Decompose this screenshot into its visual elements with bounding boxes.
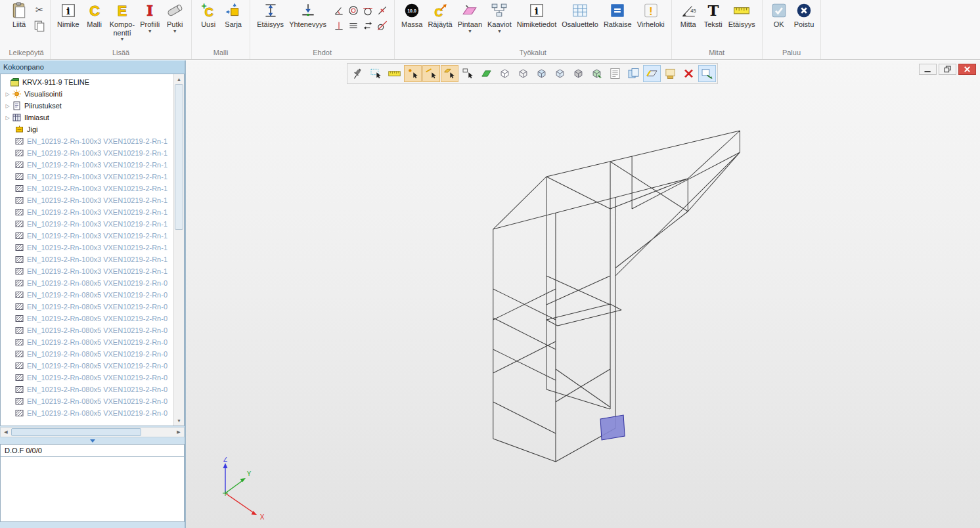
perpendicular-button[interactable]	[333, 20, 345, 32]
tree-part-item[interactable]: EN_10219-2-Rn-100x3 VXEN10219-2-Rn-1	[1, 242, 173, 253]
panel-splitter[interactable]	[0, 437, 185, 444]
tree-part-item[interactable]: EN_10219-2-Rn-080x5 VXEN10219-2-Rn-0	[1, 348, 173, 360]
dropdown-arrow-icon[interactable]: ▼	[148, 29, 152, 34]
tree-folder-visualisointi[interactable]: ▷Visualisointi	[1, 88, 173, 100]
viewport-3d[interactable]: Z Y X	[186, 60, 980, 528]
measure-button[interactable]	[386, 65, 403, 82]
selected-plate[interactable]	[600, 415, 625, 440]
vertical-scroll-track[interactable]	[174, 84, 184, 416]
ribbon-button-ok[interactable]: OK	[767, 1, 791, 30]
tree-part-item[interactable]: EN_10219-2-Rn-080x5 VXEN10219-2-Rn-0	[1, 301, 173, 313]
cut-button[interactable]: ✂	[33, 3, 45, 15]
tree-part-item[interactable]: EN_10219-2-Rn-100x3 VXEN10219-2-Rn-1	[1, 206, 173, 218]
tree-part-item[interactable]: EN_10219-2-Rn-080x5 VXEN10219-2-Rn-0	[1, 360, 173, 372]
view-wireframe-button[interactable]	[496, 65, 514, 82]
parallel-button[interactable]	[362, 20, 374, 32]
ribbon-button-nimiketiedot[interactable]: iNimiketiedot	[515, 1, 559, 30]
horizontal-scroll-thumb[interactable]	[11, 428, 141, 436]
copy-view-button[interactable]	[625, 65, 642, 82]
wireframe-model[interactable]	[186, 60, 980, 528]
tree-part-item[interactable]: EN_10219-2-Rn-080x5 VXEN10219-2-Rn-0	[1, 277, 173, 289]
notes-button[interactable]	[606, 65, 624, 82]
ribbon-button-profiili[interactable]: IProfiili▼	[138, 1, 162, 35]
workplane-button[interactable]	[643, 65, 661, 82]
tree-item-jigi[interactable]: Jigi	[1, 123, 173, 135]
view-shaded-button[interactable]	[569, 65, 587, 82]
tree-vertical-scrollbar[interactable]: ▲ ▼	[173, 74, 184, 426]
ribbon-button-liita[interactable]: Liitä	[7, 1, 31, 30]
ribbon-button-malli[interactable]: CMalli	[83, 1, 106, 30]
dropdown-arrow-icon[interactable]: ▼	[497, 29, 502, 34]
ribbon-button-putki[interactable]: Putki▼	[163, 1, 187, 35]
tree-part-item[interactable]: EN_10219-2-Rn-100x3 VXEN10219-2-Rn-1	[1, 171, 173, 183]
drawing-button[interactable]	[661, 65, 679, 82]
ribbon-button-etaisyys-mitta[interactable]: Etäisyys	[726, 1, 757, 30]
view-hidden-button[interactable]	[514, 65, 532, 82]
dropdown-arrow-icon[interactable]: ▼	[468, 29, 472, 34]
tree-horizontal-scrollbar[interactable]: ◀ ▶	[0, 427, 185, 437]
view-transparent-button[interactable]	[551, 65, 569, 82]
tree-part-item[interactable]: EN_10219-2-Rn-080x5 VXEN10219-2-Rn-0	[1, 336, 173, 348]
export-view-button[interactable]	[698, 65, 716, 82]
tree-part-item[interactable]: EN_10219-2-Rn-100x3 VXEN10219-2-Rn-1	[1, 265, 173, 277]
ribbon-button-massa[interactable]: 10.0Massa	[399, 1, 424, 30]
scroll-right-arrow-icon[interactable]: ▶	[173, 428, 184, 437]
snap-edge-button[interactable]	[422, 65, 440, 82]
pin-button[interactable]	[349, 65, 367, 82]
tree-part-item[interactable]: EN_10219-2-Rn-100x3 VXEN10219-2-Rn-1	[1, 135, 173, 147]
copy-button[interactable]	[33, 20, 45, 32]
minimize-button[interactable]	[919, 64, 937, 75]
ribbon-button-yhtenevyys[interactable]: Yhtenevyys	[287, 1, 328, 30]
concentric-button[interactable]	[347, 5, 359, 16]
select-window-button[interactable]	[367, 65, 385, 82]
ribbon-button-rajayta[interactable]: CRäjäytä	[426, 1, 454, 30]
tree-part-item[interactable]: EN_10219-2-Rn-100x3 VXEN10219-2-Rn-1	[1, 230, 173, 242]
tree-part-item[interactable]: EN_10219-2-Rn-100x3 VXEN10219-2-Rn-1	[1, 218, 173, 230]
angle-button[interactable]	[333, 5, 345, 16]
view-rendered-button[interactable]	[588, 65, 606, 82]
tree-part-item[interactable]: EN_10219-2-Rn-080x5 VXEN10219-2-Rn-0	[1, 384, 173, 395]
tree-part-item[interactable]: EN_10219-2-Rn-100x3 VXEN10219-2-Rn-1	[1, 159, 173, 171]
tree-part-item[interactable]: EN_10219-2-Rn-080x5 VXEN10219-2-Rn-0	[1, 407, 173, 419]
vertical-scroll-thumb[interactable]	[175, 84, 183, 230]
expander-icon[interactable]: ▷	[3, 91, 12, 97]
tree-part-item[interactable]: EN_10219-2-Rn-100x3 VXEN10219-2-Rn-1	[1, 194, 173, 206]
tree-root-assembly[interactable]: KRVX-911-9 TELINE	[1, 76, 173, 88]
scroll-up-arrow-icon[interactable]: ▲	[174, 74, 184, 84]
ribbon-button-virheloki[interactable]: !Virheloki	[635, 1, 667, 30]
tree-part-item[interactable]: EN_10219-2-Rn-080x5 VXEN10219-2-Rn-0	[1, 395, 173, 407]
horizontal-scroll-track[interactable]	[11, 428, 173, 437]
restore-button[interactable]	[939, 64, 956, 75]
close-button[interactable]	[958, 64, 976, 75]
tree-folder-ilmiasut[interactable]: ▷Ilmiasut	[1, 112, 173, 123]
ribbon-button-etaisyys-ehto[interactable]: Etäisyys	[255, 1, 286, 30]
tree-part-item[interactable]: EN_10219-2-Rn-100x3 VXEN10219-2-Rn-1	[1, 147, 173, 159]
smooth-button[interactable]	[376, 20, 388, 32]
pick-entity-button[interactable]	[459, 65, 477, 82]
tree-part-item[interactable]: EN_10219-2-Rn-080x5 VXEN10219-2-Rn-0	[1, 289, 173, 301]
snap-point-button[interactable]	[404, 65, 422, 82]
snap-face-button[interactable]	[441, 65, 458, 82]
scroll-left-arrow-icon[interactable]: ◀	[1, 428, 11, 437]
delete-button[interactable]	[680, 65, 698, 82]
tangent-button[interactable]	[362, 5, 374, 16]
dropdown-arrow-icon[interactable]: ▼	[120, 37, 124, 42]
ribbon-button-poistu[interactable]: Poistu	[792, 1, 816, 30]
tree-folder-piirustukset[interactable]: ▷Piirustukset	[1, 100, 173, 112]
ribbon-button-sarja[interactable]: Sarja	[221, 1, 245, 30]
face-select-button[interactable]	[478, 65, 495, 82]
ribbon-button-teksti[interactable]: TTeksti	[702, 1, 725, 30]
align-button[interactable]	[347, 20, 359, 32]
tree-part-item[interactable]: EN_10219-2-Rn-080x5 VXEN10219-2-Rn-0	[1, 313, 173, 324]
ribbon-button-nimike[interactable]: iNimike	[55, 1, 81, 30]
ribbon-button-pintaan[interactable]: Pintaan▼	[456, 1, 484, 35]
view-shaded-edges-button[interactable]	[533, 65, 550, 82]
ribbon-button-ratkaise[interactable]: Ratkaise	[602, 1, 634, 30]
scroll-down-arrow-icon[interactable]: ▼	[174, 416, 184, 426]
break-button[interactable]	[376, 5, 388, 16]
ribbon-button-kaaviot[interactable]: Kaaviot▼	[485, 1, 514, 35]
tree-part-item[interactable]: EN_10219-2-Rn-080x5 VXEN10219-2-Rn-0	[1, 372, 173, 384]
ribbon-button-mitta[interactable]: 45Mitta	[677, 1, 700, 30]
tree-part-item[interactable]: EN_10219-2-Rn-100x3 VXEN10219-2-Rn-1	[1, 183, 173, 194]
dropdown-arrow-icon[interactable]: ▼	[173, 29, 177, 34]
